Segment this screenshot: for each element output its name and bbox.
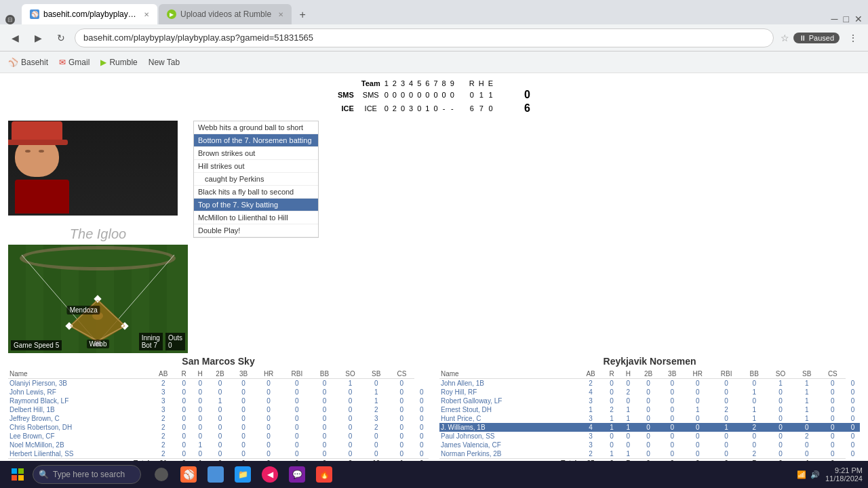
batter-stat: 0: [846, 414, 860, 423]
batter-stat: 0: [282, 441, 312, 449]
batter-stat: 0: [767, 414, 794, 423]
batter-stat: 0: [192, 388, 208, 396]
table-row: Noel McMillon, 2B201000000000: [8, 441, 429, 449]
batter-stat: 3: [578, 432, 604, 441]
batter-stat: 2: [363, 423, 389, 432]
rumble-label: Rumble: [109, 58, 137, 67]
batter-stat: 0: [192, 423, 208, 432]
batter-stat: 0: [232, 388, 256, 396]
search-placeholder: Type here to search: [53, 470, 125, 479]
batter-stat: 0: [282, 405, 312, 414]
minimize-button[interactable]: ─: [831, 14, 838, 24]
batter-stat: 0: [389, 388, 414, 396]
batter-stat: 0: [208, 405, 232, 414]
nor-col-2b: 2B: [637, 369, 660, 379]
batter-stat: 0: [684, 441, 711, 449]
new-tab-button[interactable]: +: [293, 5, 312, 24]
bookmark-icon[interactable]: ☆: [781, 33, 789, 43]
bookmark-gmail[interactable]: ✉ Gmail: [59, 58, 90, 67]
taskbar-search[interactable]: 🔍 Type here to search: [33, 465, 141, 484]
close-button[interactable]: ✕: [854, 14, 863, 24]
game-speed-display: Game Speed 5: [11, 340, 62, 350]
start-button[interactable]: [5, 462, 30, 487]
batter-stat: 0: [741, 432, 767, 441]
batter-stat: 0: [255, 405, 281, 414]
batter-stat: 1: [741, 414, 767, 423]
batter-stat: 0: [312, 405, 337, 414]
batter-stat: 0: [637, 423, 660, 432]
batter-stat: 0: [767, 441, 794, 449]
bookmark-basehit[interactable]: ⚾ Basehit: [8, 58, 48, 67]
nor-col-h: H: [620, 369, 636, 379]
svg-point-8: [24, 249, 171, 267]
tab-rumble[interactable]: ▶ Upload videos at Rumble ✕: [159, 4, 292, 24]
tab-close-basehit[interactable]: ✕: [144, 11, 149, 18]
batter-stat: 0: [414, 405, 429, 414]
taskbar-icon-6[interactable]: 💬: [285, 462, 309, 487]
batter-stat: 0: [684, 396, 711, 405]
batter-stat: 0: [846, 449, 860, 459]
play-log[interactable]: Webb hits a ground ball to short Bottom …: [193, 121, 319, 238]
taskbar-icon-1[interactable]: [149, 462, 174, 487]
taskbar-icon-3[interactable]: [203, 462, 228, 487]
menu-button[interactable]: ⋮: [844, 28, 863, 47]
batter-stat: 0: [819, 388, 846, 396]
taskbar-icon-5[interactable]: ◀: [258, 462, 282, 487]
batter-stat: 0: [684, 432, 711, 441]
bookmark-newtab[interactable]: New Tab: [149, 58, 180, 67]
taskbar-icon-4[interactable]: 📁: [231, 462, 255, 487]
batter-stat: 2: [363, 405, 389, 414]
batter-stat: 1: [208, 396, 232, 405]
play-log-double-play: Double Play!: [194, 224, 318, 237]
tab-close-rumble[interactable]: ✕: [278, 11, 283, 18]
back-button[interactable]: ◀: [5, 28, 24, 47]
batter-name: Norman Perkins, 2B: [439, 449, 578, 459]
batter-name: Noel McMillon, 2B: [8, 441, 151, 449]
bookmark-rumble[interactable]: ▶ Rumble: [100, 58, 137, 67]
svg-rect-21: [12, 468, 17, 474]
ice-e: 0: [486, 102, 495, 115]
batter-stat: 2: [578, 379, 604, 388]
batter-stat: 0: [604, 379, 620, 388]
player-mendoza-label: Mendoza: [67, 306, 100, 314]
batter-stat: 0: [414, 441, 429, 449]
batter-stat: 3: [363, 414, 389, 423]
tab-favicon-rumble: ▶: [167, 9, 176, 19]
batter-stat: 1: [794, 396, 820, 405]
maximize-button[interactable]: □: [844, 14, 849, 24]
batter-stat: 0: [337, 423, 363, 432]
refresh-button[interactable]: ↻: [52, 28, 71, 47]
tab-basehit[interactable]: ⚾ basehit.com/playbyplay/playb... ✕: [22, 4, 157, 24]
batter-stat: 2: [151, 423, 176, 432]
play-log-item: Brown strikes out: [194, 147, 318, 160]
batter-name: Olaniyi Pierson, 3B: [8, 379, 151, 388]
svg-rect-23: [12, 475, 17, 481]
batter-stat: 0: [312, 396, 337, 405]
batter-stat: 0: [389, 405, 414, 414]
batter-stat: 0: [255, 441, 281, 449]
batter-stat: 0: [660, 379, 684, 388]
batter-stat: 0: [741, 379, 767, 388]
play-log-item: caught by Perkins: [194, 173, 318, 186]
batter-stat: 0: [176, 396, 192, 405]
play-log-item: Webb hits a ground ball to short: [194, 121, 318, 134]
inning-label: Inning: [142, 334, 160, 342]
batter-stat: 0: [620, 379, 636, 388]
sky-batting-table: Name AB R H 2B 3B HR RBI BB SO SB CS: [8, 369, 429, 468]
batter-stat: 0: [684, 379, 711, 388]
batter-stat: 0: [232, 432, 256, 441]
volume-icon: 🔊: [810, 470, 820, 479]
batter-name: Roy Hill, RF: [439, 388, 578, 396]
taskbar-icon-7[interactable]: 🔥: [312, 462, 336, 487]
sky-col-so: SO: [337, 369, 363, 379]
batter-stat: 0: [819, 441, 846, 449]
batter-name: Delbert Hill, 1B: [8, 405, 151, 414]
taskbar-icon-2[interactable]: ⚾: [176, 462, 201, 487]
address-bar[interactable]: basehit.com/playbyplay/playbyplay.asp?ga…: [75, 28, 774, 47]
nor-col-sb: SB: [794, 369, 820, 379]
forward-button[interactable]: ▶: [28, 28, 47, 47]
batter-stat: 3: [151, 396, 176, 405]
batter-stat: 0: [767, 449, 794, 459]
sky-col-cs: CS: [389, 369, 414, 379]
batter-stat: 0: [684, 414, 711, 423]
